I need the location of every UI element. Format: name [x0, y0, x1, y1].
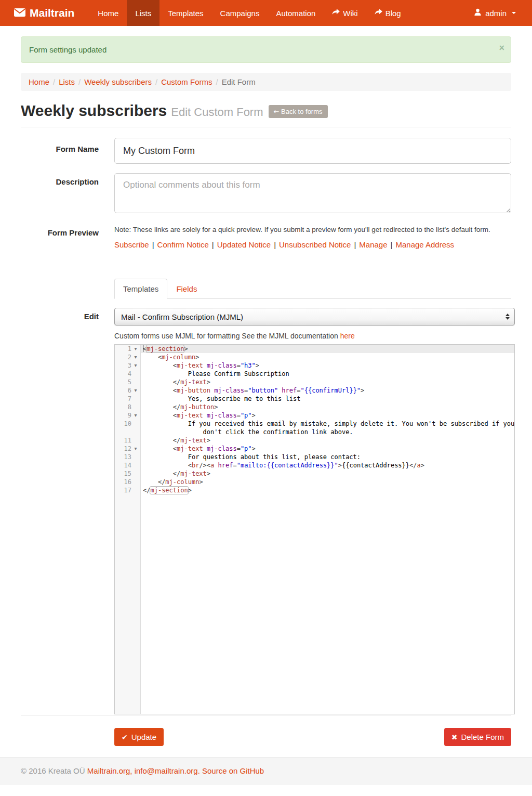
code-token	[203, 445, 207, 452]
code-line[interactable]: <br/><a href="mailto:{{contactAddress}}"…	[143, 461, 514, 469]
share-arrow-icon	[375, 8, 382, 18]
code-token: >	[207, 437, 210, 444]
breadcrumb-link-home[interactable]: Home	[29, 77, 49, 86]
code-line[interactable]: <mj-section>	[141, 345, 514, 353]
code-token: mj-button	[177, 387, 210, 394]
nav-item-blog[interactable]: Blog	[366, 0, 409, 26]
fold-arrow-icon[interactable]: ▾	[131, 445, 140, 453]
code-token: "mailto:{{contactAddress}}"	[237, 462, 338, 469]
nav-item-lists[interactable]: Lists	[127, 0, 159, 26]
code-line[interactable]: If you received this email by mistake, s…	[143, 420, 514, 428]
code-line[interactable]: <mj-text mj-class="p">	[143, 445, 514, 453]
breadcrumb-current: Edit Form	[222, 77, 256, 86]
fold-arrow-icon[interactable]: ▾	[131, 361, 140, 370]
description-textarea[interactable]	[114, 173, 511, 213]
code-line[interactable]: <mj-text mj-class="h3">	[143, 361, 514, 370]
delete-form-button[interactable]: ✖ Delete Form	[444, 728, 511, 746]
preview-link-separator: |	[271, 240, 279, 249]
preview-link-manage[interactable]: Manage	[359, 240, 387, 249]
envelope-icon	[14, 7, 25, 19]
nav-item-templates[interactable]: Templates	[159, 0, 211, 26]
code-line[interactable]: </mj-section>	[143, 486, 514, 494]
code-line[interactable]: For questions about this list, please co…	[143, 453, 514, 461]
code-line[interactable]: <mj-text mj-class="p">	[143, 411, 514, 420]
tab-fields[interactable]: Fields	[167, 279, 206, 299]
code-line[interactable]: </mj-text>	[143, 436, 514, 445]
code-editor[interactable]: 1▾2▾3▾456▾789▾101112▾1314151617 <mj-sect…	[114, 344, 515, 714]
fold-gutter-empty	[131, 478, 140, 486]
code-token	[143, 470, 173, 477]
code-line[interactable]: </mj-text>	[143, 469, 514, 478]
preview-link-confirm-notice[interactable]: Confirm Notice	[157, 240, 209, 249]
update-button[interactable]: ✔ Update	[114, 728, 164, 746]
description-label: Description	[21, 173, 99, 215]
preview-link-separator: |	[351, 240, 359, 249]
code-line[interactable]: </mj-text>	[143, 378, 514, 386]
form-name-input[interactable]	[114, 138, 511, 164]
line-number: 12	[115, 445, 131, 453]
breadcrumb-link-custom-forms[interactable]: Custom Forms	[161, 77, 212, 86]
code-token: </	[173, 437, 180, 444]
share-arrow-icon	[332, 8, 340, 18]
preview-link-updated-notice[interactable]: Updated Notice	[217, 240, 271, 249]
preview-link-unsubscribed-notice[interactable]: Unsubscribed Notice	[279, 240, 351, 249]
user-menu[interactable]: admin	[472, 0, 518, 26]
breadcrumb-link-weekly-subscribers[interactable]: Weekly subscribers	[84, 77, 152, 86]
code-line[interactable]: Please Confirm Subscription	[143, 370, 514, 378]
code-token: <	[173, 362, 177, 369]
breadcrumb-link-lists[interactable]: Lists	[59, 77, 75, 86]
code-token: >	[421, 462, 424, 469]
nav-item-automation[interactable]: Automation	[268, 0, 324, 26]
footer-link-source-on-github[interactable]: Source on GitHub	[202, 766, 264, 775]
footer-link-info-mailtrain-org[interactable]: info@mailtrain.org	[135, 766, 198, 775]
code-token	[143, 478, 158, 486]
fold-arrow-icon[interactable]: ▾	[131, 386, 140, 395]
line-number	[115, 428, 131, 436]
fold-arrow-icon[interactable]: ▾	[131, 345, 140, 353]
fold-arrow-icon[interactable]: ▾	[131, 411, 140, 420]
navbar: Mailtrain HomeListsTemplatesCampaignsAut…	[0, 0, 532, 26]
editor-code[interactable]: <mj-section> <mj-column> <mj-text mj-cla…	[141, 345, 514, 714]
nav-item-campaigns[interactable]: Campaigns	[212, 0, 268, 26]
template-select[interactable]: Mail - Confirm Subscription (MJML)	[114, 308, 515, 325]
line-number: 15	[115, 469, 131, 478]
fold-gutter-empty	[131, 370, 140, 378]
tab-templates[interactable]: Templates	[114, 279, 167, 299]
x-icon: ✖	[451, 733, 458, 741]
code-line[interactable]: </mj-column>	[143, 478, 514, 486]
code-line[interactable]: don't click the confirmation link above.	[143, 428, 514, 436]
preview-link-manage-address[interactable]: Manage Address	[395, 240, 454, 249]
code-line[interactable]: </mj-button>	[143, 403, 514, 411]
code-line[interactable]: Yes, subscribe me to this list	[143, 395, 514, 403]
back-to-forms-button[interactable]: ← Back to forms	[269, 105, 328, 118]
line-number: 11	[115, 436, 131, 445]
code-token	[203, 412, 207, 419]
code-line[interactable]: <mj-button mj-class="button" href="{{con…	[143, 386, 514, 395]
nav-item-home[interactable]: Home	[89, 0, 127, 26]
code-token	[143, 379, 173, 386]
code-token: For questions about this list, please co…	[143, 453, 361, 461]
close-icon[interactable]: ×	[499, 43, 504, 53]
left-arrow-icon: ←	[274, 108, 280, 115]
brand-link[interactable]: Mailtrain	[14, 0, 82, 26]
preview-link-subscribe[interactable]: Subscribe	[114, 240, 149, 249]
code-token: <	[173, 387, 177, 394]
fold-gutter-empty	[131, 378, 140, 386]
code-token: =	[233, 462, 236, 469]
code-token: "p"	[241, 445, 252, 452]
code-token: >	[252, 412, 256, 419]
fold-arrow-icon[interactable]: ▾	[131, 353, 140, 361]
fold-gutter-empty	[131, 428, 140, 436]
code-token: </	[173, 470, 180, 477]
code-token: "button"	[248, 387, 278, 394]
mjml-help-text: Custom forms use MJML for formatting See…	[114, 332, 515, 340]
footer-link-mailtrain-org[interactable]: Mailtrain.org	[87, 766, 130, 775]
nav-item-wiki[interactable]: Wiki	[324, 0, 366, 26]
code-token: />	[199, 462, 206, 469]
breadcrumb-separator: /	[152, 77, 161, 86]
code-token: <	[188, 462, 192, 469]
code-token: >	[207, 379, 210, 386]
mjml-docs-link[interactable]: here	[340, 332, 355, 340]
code-token: </	[173, 403, 180, 411]
code-line[interactable]: <mj-column>	[143, 353, 514, 361]
